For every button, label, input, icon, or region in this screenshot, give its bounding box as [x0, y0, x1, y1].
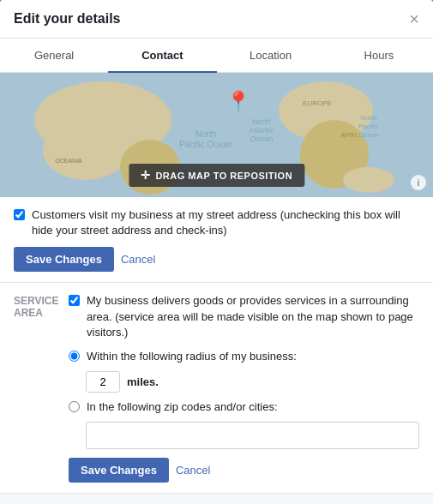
street-address-section: Customers visit my business at my street… [0, 197, 433, 283]
radius-label: Within the following radius of my busine… [87, 349, 297, 364]
service-area-btn-row: Save Changes Cancel [69, 458, 419, 483]
miles-label: miles. [127, 375, 159, 388]
radius-radio-row: Within the following radius of my busine… [69, 349, 419, 364]
delivers-label: My business delivers goods or provides s… [87, 293, 419, 340]
street-address-save-button[interactable]: Save Changes [14, 247, 114, 272]
radius-radio[interactable] [69, 351, 80, 362]
hours-header: HOURS [0, 494, 433, 504]
zip-label: In the following zip codes and/or cities… [87, 399, 278, 415]
street-address-cancel-button[interactable]: Cancel [121, 253, 155, 266]
map-info-button[interactable]: i [411, 175, 426, 190]
hours-section: HOURS Hours Open on selected hours Alway… [0, 494, 433, 504]
service-area-cancel-button[interactable]: Cancel [176, 464, 210, 477]
street-address-btn-row: Save Changes Cancel [14, 247, 419, 272]
delivers-checkbox[interactable] [69, 295, 80, 306]
service-area-save-button[interactable]: Save Changes [69, 458, 169, 483]
svg-point-2 [43, 120, 129, 180]
svg-text:Pacific Ocean: Pacific Ocean [179, 140, 232, 149]
tab-hours[interactable]: Hours [325, 39, 433, 72]
svg-point-6 [343, 167, 394, 193]
tab-location[interactable]: Location [217, 39, 325, 72]
drag-map-label: DRAG MAP TO REPOSITION [155, 171, 292, 181]
svg-text:North: North [360, 114, 377, 122]
drag-map-overlay[interactable]: ✛ DRAG MAP TO REPOSITION [129, 164, 304, 187]
map-pin: 📍 [226, 90, 251, 114]
street-address-label: Customers visit my business at my street… [32, 207, 419, 238]
svg-text:Ocean: Ocean [250, 135, 274, 143]
map-container[interactable]: North Pacific Ocean North Atlantic Ocean… [0, 73, 433, 197]
service-area-side-label: Service Area [0, 283, 69, 493]
drag-icon: ✛ [141, 169, 151, 182]
zip-radio-row: In the following zip codes and/or cities… [69, 399, 419, 415]
delivers-checkbox-row: My business delivers goods or provides s… [69, 293, 419, 340]
svg-text:North: North [195, 129, 216, 139]
zip-input[interactable] [86, 422, 419, 449]
svg-text:EUROPE: EUROPE [303, 99, 332, 107]
zip-radio[interactable] [69, 401, 80, 412]
svg-text:Pacific: Pacific [358, 123, 379, 130]
modal-body: North Pacific Ocean North Atlantic Ocean… [0, 73, 433, 504]
service-area-main: My business delivers goods or provides s… [69, 283, 433, 493]
miles-row: miles. [86, 371, 419, 393]
modal-title: Edit your details [14, 11, 120, 27]
tab-contact[interactable]: Contact [108, 39, 216, 72]
svg-text:North: North [252, 117, 271, 126]
tab-general[interactable]: General [0, 39, 108, 72]
street-address-checkbox[interactable] [14, 209, 25, 220]
tabs-bar: General Contact Location Hours [0, 39, 433, 73]
miles-input[interactable] [86, 371, 120, 393]
svg-text:Atlantic: Atlantic [249, 126, 274, 135]
svg-text:OCEANIA: OCEANIA [55, 158, 82, 164]
street-address-checkbox-row: Customers visit my business at my street… [14, 207, 419, 238]
edit-details-modal: Edit your details × General Contact Loca… [0, 0, 433, 504]
svg-text:Ocean: Ocean [358, 131, 379, 139]
service-area-section: Service Area My business delivers goods … [0, 283, 433, 494]
modal-header: Edit your details × [0, 0, 433, 39]
close-button[interactable]: × [409, 10, 419, 27]
